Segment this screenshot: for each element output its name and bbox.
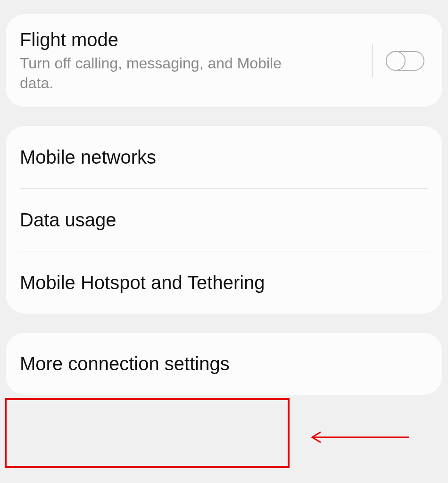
flight-mode-text: Flight mode Turn off calling, messaging,… — [20, 28, 367, 93]
mobile-networks-label: Mobile networks — [20, 146, 428, 168]
hotspot-tethering-row[interactable]: Mobile Hotspot and Tethering — [6, 251, 442, 314]
mobile-networks-row[interactable]: Mobile networks — [6, 126, 442, 188]
flight-mode-row[interactable]: Flight mode Turn off calling, messaging,… — [6, 14, 442, 107]
flight-mode-subtitle: Turn off calling, messaging, and Mobile … — [20, 54, 312, 93]
data-usage-row[interactable]: Data usage — [6, 189, 442, 251]
flight-mode-toggle[interactable] — [386, 51, 424, 71]
hotspot-tethering-label: Mobile Hotspot and Tethering — [20, 271, 428, 294]
more-connection-card: More connection settings — [6, 333, 442, 395]
flight-mode-card: Flight mode Turn off calling, messaging,… — [6, 14, 442, 107]
toggle-thumb — [386, 51, 406, 71]
annotation-highlight-box — [5, 398, 290, 468]
more-connection-settings-label: More connection settings — [20, 352, 428, 375]
vertical-separator — [372, 44, 373, 77]
more-connection-settings-row[interactable]: More connection settings — [6, 333, 442, 395]
annotation-arrow-icon — [307, 430, 411, 444]
flight-mode-title: Flight mode — [20, 28, 367, 51]
network-card: Mobile networks Data usage Mobile Hotspo… — [6, 126, 442, 314]
data-usage-label: Data usage — [20, 208, 428, 231]
